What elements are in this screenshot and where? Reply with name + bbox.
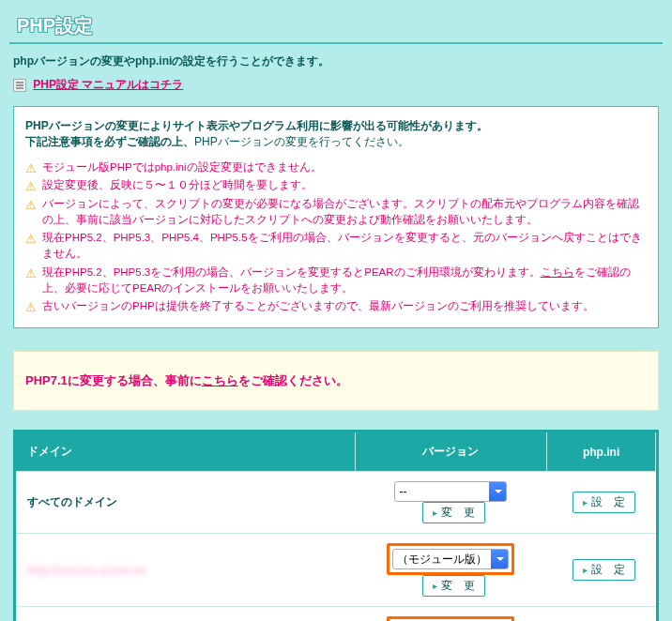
version-select[interactable]: --	[394, 481, 507, 502]
version-cell: （モジュール版）変 更	[355, 607, 546, 621]
page-description: phpバージョンの変更やphp.iniの設定を行うことができます。	[13, 53, 659, 69]
warning-box: PHPバージョンの変更によりサイト表示やプログラム利用に影響が出る可能性がありま…	[13, 106, 659, 328]
domain-cell: すべてのドメイン	[16, 472, 355, 534]
phpini-cell: 設 定	[547, 607, 656, 621]
table-row: すべてのドメイン--変 更設 定	[16, 472, 656, 534]
php-table: ドメイン バージョン php.ini すべてのドメイン--変 更設 定http:…	[16, 432, 656, 621]
notice-pre: PHP7.1に変更する場合、事前に	[25, 373, 202, 387]
version-cell: --変 更	[355, 472, 546, 534]
warning-item: 現在PHP5.2、PHP5.3、PHP5.4、PHP5.5をご利用の場合、バージ…	[25, 230, 647, 263]
document-icon	[13, 79, 26, 92]
warning-item: 現在PHP5.2、PHP5.3をご利用の場合、バージョンを変更するとPEARのご…	[25, 265, 647, 297]
notice-box: PHP7.1に変更する場合、事前にこちらをご確認ください。	[13, 351, 659, 411]
warning-heading-1: PHPバージョンの変更によりサイト表示やプログラム利用に影響が出る可能性がありま…	[25, 118, 647, 134]
manual-row: PHP設定 マニュアルはコチラ	[13, 77, 659, 93]
warning-heading-2-rest: PHPバージョンの変更を行ってください。	[194, 135, 409, 148]
pear-link[interactable]: こちら	[541, 266, 574, 278]
change-button[interactable]: 変 更	[422, 575, 485, 597]
th-version: バージョン	[355, 432, 546, 472]
warning-item: 設定変更後、反映に５〜１０分ほど時間を要します。	[25, 177, 647, 193]
th-domain: ドメイン	[16, 432, 355, 472]
domain-cell: http://xxxxx.xxx.xxx	[16, 607, 355, 621]
version-cell: （モジュール版）変 更	[355, 534, 546, 607]
warning-list: モジュール版PHPではphp.iniの設定変更はできません。 設定変更後、反映に…	[25, 159, 647, 314]
manual-link[interactable]: PHP設定 マニュアルはコチラ	[33, 78, 183, 91]
settings-button[interactable]: 設 定	[573, 492, 635, 513]
phpini-cell: 設 定	[547, 472, 656, 534]
page-title: PHP設定	[9, 9, 663, 44]
phpini-cell: 設 定	[547, 534, 656, 607]
domain-cell: http://xxxxxx.xxxxx.xx	[16, 534, 355, 607]
th-phpini: php.ini	[547, 432, 656, 472]
table-row: http://xxxxx.xxx.xxx（モジュール版）変 更設 定	[16, 607, 656, 621]
settings-button[interactable]: 設 定	[573, 559, 635, 581]
notice-post: をご確認ください。	[238, 373, 348, 387]
warning-heading-2: 下記注意事項を必ずご確認の上、PHPバージョンの変更を行ってください。	[25, 134, 647, 150]
page-root: PHP設定 phpバージョンの変更やphp.iniの設定を行うことができます。 …	[2, 2, 670, 621]
warning-item: モジュール版PHPではphp.iniの設定変更はできません。	[25, 159, 647, 175]
warning-item: バージョンによって、スクリプトの変更が必要になる場合がございます。スクリプトの配…	[25, 196, 647, 229]
change-button[interactable]: 変 更	[422, 502, 485, 523]
php-table-wrap: ドメイン バージョン php.ini すべてのドメイン--変 更設 定http:…	[13, 430, 659, 621]
version-select[interactable]: （モジュール版）	[392, 549, 509, 569]
warning-item: 古いバージョンのPHPは提供を終了することがございますので、最新バージョンのご利…	[25, 298, 647, 314]
warning-heading-2-bold: 下記注意事項を必ずご確認の上、	[25, 135, 194, 148]
notice-link[interactable]: こちら	[202, 373, 238, 387]
table-row: http://xxxxxx.xxxxx.xx（モジュール版）変 更設 定	[16, 534, 656, 607]
